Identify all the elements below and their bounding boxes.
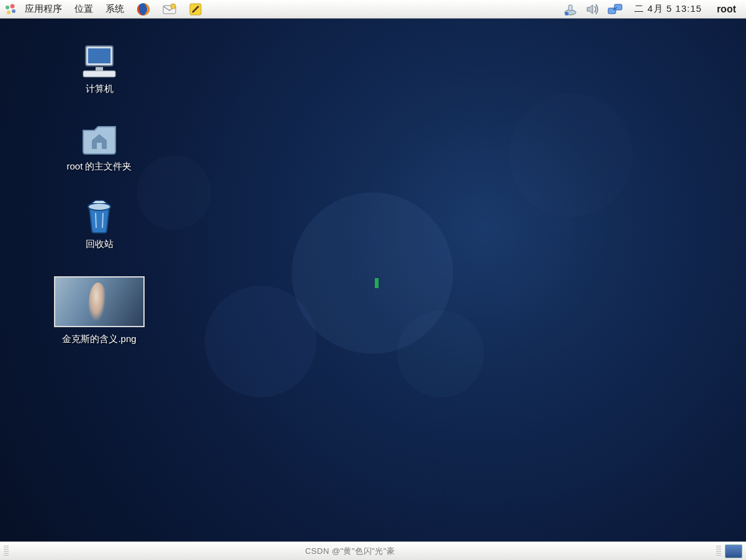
computer-icon — [79, 43, 119, 79]
clock[interactable]: 二 4月 5 13:15 — [629, 3, 707, 15]
network-update-icon[interactable] — [562, 2, 578, 17]
menu-system[interactable]: 系统 — [101, 2, 129, 16]
top-panel: 应用程序 位置 系统 — [0, 0, 746, 19]
svg-rect-15 — [88, 48, 110, 63]
home-folder-icon — [79, 122, 119, 156]
desktop-icon-label: 金克斯的含义.png — [62, 333, 136, 345]
desktop-icon-computer[interactable]: 计算机 — [37, 43, 161, 95]
network-status-icon[interactable] — [607, 2, 623, 17]
bottom-panel: CSDN @"黄"色闪"光"豪 — [0, 541, 746, 560]
desktop-icons: 计算机 root 的主文件夹 — [37, 43, 161, 345]
svg-point-1 — [11, 4, 15, 8]
desktop-icon-trash[interactable]: 回收站 — [37, 199, 161, 250]
svg-rect-18 — [97, 143, 102, 149]
firefox-launcher-icon[interactable] — [135, 1, 151, 17]
volume-icon[interactable] — [585, 2, 601, 17]
watermark-text: CSDN @"黄"色闪"光"豪 — [305, 546, 395, 557]
svg-point-0 — [6, 6, 9, 9]
desktop[interactable]: 计算机 root 的主文件夹 — [0, 19, 746, 541]
image-thumbnail-icon — [54, 276, 145, 327]
panel-left: 应用程序 位置 系统 — [4, 1, 207, 17]
svg-rect-16 — [96, 67, 103, 71]
workspace-switcher[interactable] — [725, 544, 742, 558]
desktop-icon-label: root 的主文件夹 — [66, 161, 132, 173]
panel-grip-icon[interactable] — [4, 546, 9, 557]
svg-point-3 — [12, 9, 16, 13]
panel-grip-icon[interactable] — [716, 546, 721, 557]
svg-rect-12 — [614, 4, 622, 10]
gnome-logo-icon[interactable] — [4, 2, 17, 16]
trash-icon — [82, 199, 117, 234]
desktop-icon-home[interactable]: root 的主文件夹 — [37, 121, 161, 173]
svg-rect-9 — [568, 5, 572, 11]
panel-right: 二 4月 5 13:15 root — [562, 2, 742, 17]
svg-line-21 — [102, 213, 103, 228]
svg-line-20 — [96, 213, 96, 228]
desktop-icon-label: 回收站 — [86, 238, 114, 250]
svg-point-19 — [88, 203, 110, 210]
user-menu[interactable]: root — [713, 4, 742, 15]
desktop-icon-label: 计算机 — [86, 83, 114, 95]
svg-point-2 — [7, 11, 11, 14]
svg-point-10 — [565, 12, 568, 16]
menu-applications[interactable]: 应用程序 — [20, 2, 67, 16]
mail-launcher-icon[interactable] — [161, 1, 178, 17]
svg-rect-17 — [83, 71, 115, 77]
text-cursor-icon — [375, 278, 379, 288]
desktop-icon-image-file[interactable]: 金克斯的含义.png — [37, 276, 161, 345]
svg-point-6 — [171, 4, 176, 9]
menu-places[interactable]: 位置 — [70, 2, 98, 16]
notes-launcher-icon[interactable] — [187, 1, 204, 17]
